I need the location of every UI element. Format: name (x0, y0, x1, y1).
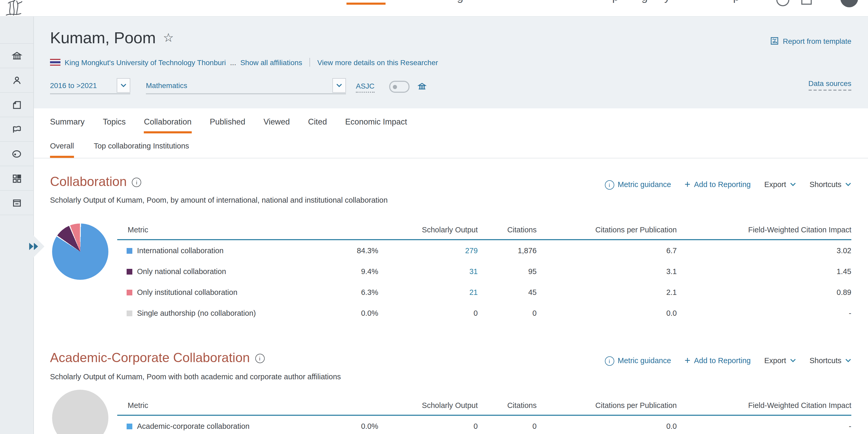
info-icon: i (604, 356, 614, 366)
sidebar-item-institutions[interactable] (0, 44, 33, 68)
show-all-affiliations-link[interactable]: Show all affiliations (240, 58, 302, 66)
section-actions: iMetric guidance +Add to Reporting Expor… (604, 355, 851, 366)
sidebar-item-publication-sets[interactable] (0, 93, 33, 117)
divider (309, 58, 310, 67)
academic-corporate-pie-chart (52, 390, 108, 434)
legend-swatch (127, 289, 132, 295)
add-to-reporting-link[interactable]: +Add to Reporting (685, 356, 751, 365)
affiliation-link[interactable]: King Mongkut's University of Technology … (65, 58, 226, 66)
tab-topics[interactable]: Topics (103, 108, 126, 133)
tab-economic-impact[interactable]: Economic Impact (345, 108, 407, 133)
institution-filter-icon[interactable] (417, 82, 427, 91)
chevron-down-icon[interactable] (117, 78, 130, 93)
sidebar-item-research-areas[interactable] (0, 117, 33, 142)
info-icon[interactable]: i (255, 354, 265, 363)
sidebar-item-reporting[interactable] (0, 191, 33, 215)
main-content: Kumam, Poom☆ Report from template King M… (33, 16, 868, 434)
metric-guidance-link[interactable]: iMetric guidance (604, 179, 671, 190)
table-row: Only institutional collaboration 6.3% 21… (117, 282, 851, 303)
sidebar-item-dashboard[interactable] (0, 166, 33, 191)
legend-swatch (127, 423, 132, 429)
view-more-details-link[interactable]: View more details on this Researcher (317, 58, 438, 66)
table-row: Only national collaboration 9.4% 31 95 3… (117, 261, 851, 282)
asjc-link[interactable]: ASJC (356, 82, 375, 92)
nav-text-fragment: p (733, 0, 740, 4)
elsevier-logo (2, 0, 31, 17)
year-range-dropdown[interactable]: 2016 to >2021 (50, 78, 130, 94)
subtab-overall[interactable]: Overall (50, 133, 74, 158)
main-tabs: Summary Topics Collaboration Published V… (33, 108, 868, 134)
info-icon: i (604, 180, 614, 190)
academic-corporate-table: Metric Scholarly Output Citations Citati… (117, 396, 851, 434)
tab-summary[interactable]: Summary (50, 108, 85, 133)
table-header: Metric Scholarly Output Citations Citati… (117, 220, 851, 240)
nav-text-fragment: y (664, 0, 670, 4)
data-sources-link[interactable]: Data sources (808, 79, 851, 91)
legend-swatch (127, 269, 132, 274)
researcher-header: Kumam, Poom☆ Report from template King M… (33, 16, 868, 108)
report-template-icon (770, 36, 779, 45)
plus-icon: + (685, 181, 690, 188)
legend-swatch (127, 310, 132, 316)
page-title: Kumam, Poom☆ (50, 29, 174, 48)
expand-sidebar-icon[interactable] (29, 242, 39, 251)
legend-swatch (127, 248, 132, 253)
export-menu[interactable]: Export (764, 180, 796, 188)
tab-collaboration[interactable]: Collaboration (144, 108, 192, 133)
sidebar-item-topics[interactable] (0, 142, 33, 166)
publication-set-icon (11, 99, 22, 110)
section-description: Scholarly Output of Kumam, Poom, by amou… (50, 196, 388, 204)
chevron-down-icon[interactable] (332, 78, 346, 93)
chevron-down-icon (845, 182, 851, 186)
asjc-toggle[interactable] (389, 81, 409, 93)
news-icon[interactable] (801, 0, 812, 5)
help-icon[interactable] (776, 0, 789, 6)
subtab-top-collaborating-institutions[interactable]: Top collaborating Institutions (94, 133, 189, 158)
section-description: Scholarly Output of Kumam, Poom with bot… (50, 373, 341, 381)
plus-icon: + (685, 356, 690, 364)
report-from-template-link[interactable]: Report from template (770, 36, 851, 45)
collaboration-pie-chart (52, 223, 108, 280)
sub-tabs: Overall Top collaborating Institutions (33, 133, 868, 158)
tab-published[interactable]: Published (210, 108, 245, 133)
metric-guidance-link[interactable]: iMetric guidance (604, 355, 671, 366)
collaboration-table: Metric Scholarly Output Citations Citati… (117, 220, 851, 323)
section-title-academic-corporate: Academic-Corporate Collaboration i (50, 350, 265, 365)
section-title-collaboration: Collaboration i (50, 174, 142, 189)
chevron-down-icon (845, 358, 851, 362)
user-avatar[interactable] (840, 0, 858, 7)
dashboard-grid-icon (11, 173, 22, 184)
info-icon[interactable]: i (132, 178, 142, 187)
shortcuts-menu[interactable]: Shortcuts (810, 356, 851, 365)
table-row: International collaboration 84.3% 279 1,… (117, 240, 851, 261)
toggle-knob (393, 85, 397, 89)
reporting-icon (11, 197, 22, 208)
table-row: Single authorship (no collaboration) 0.0… (117, 303, 851, 323)
sidebar-item-researchers[interactable] (0, 68, 33, 93)
subject-area-dropdown[interactable]: Mathematics (146, 78, 346, 94)
scholarly-output-link[interactable]: 21 (378, 288, 478, 297)
institution-icon (11, 50, 22, 61)
scholarly-output-link[interactable]: 31 (378, 267, 478, 276)
export-menu[interactable]: Export (764, 356, 796, 365)
active-nav-underline (346, 3, 385, 5)
nav-text-fragment: g (641, 0, 648, 4)
top-navigation-bar: g p g y p (0, 0, 868, 17)
scival-app: g p g y p (0, 0, 868, 434)
scholarly-output-link[interactable]: 279 (378, 246, 478, 255)
favorite-star-icon[interactable]: ☆ (163, 31, 174, 44)
add-to-reporting-link[interactable]: +Add to Reporting (685, 180, 751, 188)
researcher-icon (11, 75, 22, 86)
chevron-down-icon (790, 182, 796, 186)
chevron-down-icon (790, 358, 796, 362)
affiliation-ellipsis: ... (230, 58, 236, 66)
affiliation-row: King Mongkut's University of Technology … (50, 58, 438, 67)
tab-cited[interactable]: Cited (308, 108, 327, 133)
nav-text-fragment: g (457, 0, 463, 4)
table-row: Academic-corporate collaboration 0.0% 0 … (117, 416, 851, 434)
shortcuts-menu[interactable]: Shortcuts (810, 180, 851, 188)
research-area-flag-icon (11, 124, 22, 135)
table-header: Metric Scholarly Output Citations Citati… (117, 396, 851, 416)
tab-viewed[interactable]: Viewed (264, 108, 290, 133)
nav-text-fragment: p (612, 0, 619, 4)
